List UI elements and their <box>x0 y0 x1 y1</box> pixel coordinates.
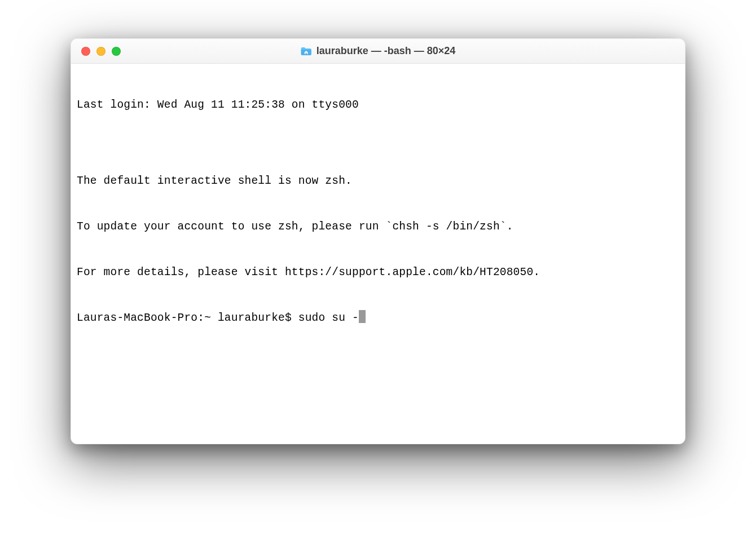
prompt: Lauras-MacBook-Pro:~ lauraburke$ <box>77 311 298 326</box>
maximize-button[interactable] <box>112 47 121 56</box>
cursor-icon <box>359 310 366 323</box>
titlebar[interactable]: lauraburke — -bash — 80×24 <box>71 39 685 64</box>
minimize-button[interactable] <box>96 47 106 56</box>
traffic-lights <box>71 47 121 56</box>
prompt-line: Lauras-MacBook-Pro:~ lauraburke$ sudo su… <box>77 311 679 326</box>
terminal-window: lauraburke — -bash — 80×24 Last login: W… <box>71 38 685 444</box>
terminal-line: The default interactive shell is now zsh… <box>77 174 679 189</box>
window-title: lauraburke — -bash — 80×24 <box>317 45 456 57</box>
home-folder-icon <box>301 47 312 56</box>
close-button[interactable] <box>81 47 90 56</box>
terminal-body[interactable]: Last login: Wed Aug 11 11:25:38 on ttys0… <box>71 64 685 444</box>
command-input[interactable]: sudo su - <box>298 311 359 326</box>
terminal-line: Last login: Wed Aug 11 11:25:38 on ttys0… <box>77 98 679 113</box>
terminal-line: For more details, please visit https://s… <box>77 265 679 280</box>
window-title-container: lauraburke — -bash — 80×24 <box>301 45 456 57</box>
terminal-line: To update your account to use zsh, pleas… <box>77 219 679 235</box>
